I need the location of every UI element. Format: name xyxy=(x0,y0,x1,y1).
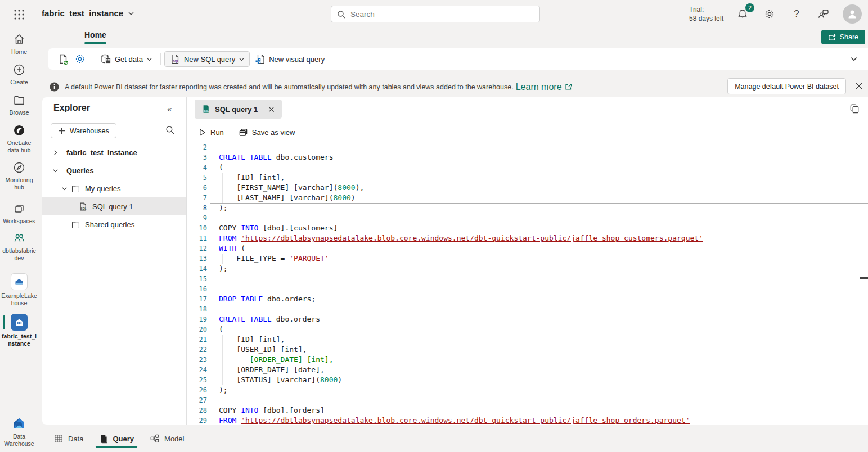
get-data-button[interactable]: Get data xyxy=(96,51,157,67)
run-button[interactable]: Run xyxy=(198,128,224,137)
new-sql-query-button[interactable]: SQL New SQL query xyxy=(164,51,250,67)
tab-home[interactable]: Home xyxy=(84,30,106,43)
code-line-28[interactable]: 28COPY INTO [dbo].[orders] xyxy=(187,405,868,415)
chevron-down-icon xyxy=(61,186,68,192)
tab-query[interactable]: Query xyxy=(99,425,134,452)
nav-item-examplelakehouse[interactable]: ExampleLakehouse xyxy=(0,273,38,307)
tree-item-shared-queries[interactable]: Shared queries xyxy=(42,215,186,233)
code-line-8[interactable]: 8); xyxy=(187,203,868,213)
code-line-27[interactable]: 27 xyxy=(187,395,868,405)
code-line-21[interactable]: 21 [ID] [int], xyxy=(187,335,868,345)
code-line-3[interactable]: 3CREATE TABLE dbo.customers xyxy=(187,152,868,162)
tree-item-my-queries[interactable]: My queries xyxy=(42,179,186,197)
settings-button[interactable] xyxy=(763,7,776,21)
code-line-11[interactable]: 11FROM 'https://dbtlabsynapsedatalake.bl… xyxy=(187,233,868,243)
save-view-icon xyxy=(239,128,248,137)
nav-browse[interactable]: Browse xyxy=(0,93,38,116)
copy-icon[interactable] xyxy=(849,103,860,114)
ribbon-collapse-chevron[interactable] xyxy=(850,55,858,63)
help-button[interactable]: ? xyxy=(790,7,803,21)
warehouse-icon xyxy=(11,314,28,331)
onelake-icon xyxy=(12,124,26,137)
code-line-6[interactable]: 6 [FIRST_NAME] [varchar](8000), xyxy=(187,183,868,193)
search-input[interactable] xyxy=(350,7,536,21)
line-number: 15 xyxy=(187,274,207,284)
editor-scrollbar[interactable] xyxy=(860,144,860,425)
code-line-26[interactable]: 26); xyxy=(187,385,868,395)
nav-onelake-data-hub[interactable]: OneLake data hub xyxy=(0,124,38,154)
gear-icon xyxy=(764,8,775,20)
code-line-13[interactable]: 13 FILE_TYPE = 'PARQUET' xyxy=(187,254,868,264)
folder-icon xyxy=(71,220,80,229)
nav-home[interactable]: Home xyxy=(0,33,38,56)
sql-file-icon: SQL xyxy=(78,202,88,211)
code-line-29[interactable]: 29FROM 'https://dbtlabsynapsedatalake.bl… xyxy=(187,415,868,425)
line-number: 4 xyxy=(187,162,207,173)
line-number: 18 xyxy=(187,304,207,314)
app-launcher-icon[interactable] xyxy=(12,7,26,22)
data-warehouse-icon xyxy=(11,415,28,431)
workspace-switcher[interactable]: fabric_test_instance xyxy=(42,8,134,18)
learn-more-link[interactable]: Learn more xyxy=(516,82,562,92)
grid-icon xyxy=(53,433,64,444)
sql-code-editor[interactable]: 23CREATE TABLE dbo.customers4(5 [ID] [in… xyxy=(187,144,868,425)
code-line-14[interactable]: 14); xyxy=(187,264,868,274)
tree-item-queries[interactable]: Queries xyxy=(42,161,186,179)
code-line-5[interactable]: 5 [ID] [int], xyxy=(187,173,868,183)
nav-workspaces[interactable]: Workspaces xyxy=(0,202,38,225)
chevron-down-icon xyxy=(128,10,134,17)
code-line-23[interactable]: 23 -- [ORDER_DATE] [int], xyxy=(187,355,868,365)
manage-dataset-button[interactable]: Manage default Power BI dataset xyxy=(727,78,846,94)
code-line-9[interactable]: 9 xyxy=(187,213,868,223)
refresh-dataset-button[interactable] xyxy=(55,51,71,67)
code-line-20[interactable]: 20( xyxy=(187,324,868,335)
play-icon xyxy=(198,128,206,137)
tree-item-warehouse-root[interactable]: fabric_test_instance xyxy=(42,143,186,161)
code-line-7[interactable]: 7 [LAST_NAME] [varchar](8000) xyxy=(187,193,868,203)
share-button[interactable]: Share xyxy=(821,30,865,44)
line-number: 11 xyxy=(187,233,207,243)
code-line-19[interactable]: 19CREATE TABLE dbo.orders xyxy=(187,314,868,324)
tree-item-sql-query-1[interactable]: SQL SQL query 1 xyxy=(42,197,186,215)
code-line-17[interactable]: 17DROP TABLE dbo.orders; xyxy=(187,294,868,304)
code-line-4[interactable]: 4( xyxy=(187,162,868,173)
code-line-10[interactable]: 10COPY INTO [dbo].[customers] xyxy=(187,223,868,233)
tab-model[interactable]: Model xyxy=(150,425,184,452)
code-line-2[interactable]: 2 xyxy=(187,144,868,152)
code-line-18[interactable]: 18 xyxy=(187,304,868,314)
nav-item-fabric-test-instance[interactable]: fabric_test_instance xyxy=(0,314,38,347)
code-line-12[interactable]: 12WITH ( xyxy=(187,243,868,254)
line-number: 24 xyxy=(187,365,207,375)
explorer-search-icon[interactable] xyxy=(165,125,175,135)
query-settings-button[interactable] xyxy=(71,51,88,67)
add-warehouses-button[interactable]: Warehouses xyxy=(51,123,116,138)
line-number: 22 xyxy=(187,345,207,355)
nav-monitoring-hub[interactable]: Monitoring hub xyxy=(0,161,38,191)
external-link-icon[interactable] xyxy=(565,83,572,91)
code-line-25[interactable]: 25 [STATUS] [varchar](8000) xyxy=(187,375,868,385)
code-line-16[interactable]: 16 xyxy=(187,284,868,294)
nav-workspace-dbtlabsfabricdev[interactable]: dbtlabsfabricdev xyxy=(0,232,38,262)
nav-create[interactable]: Create xyxy=(0,63,38,86)
code-line-24[interactable]: 24 [ORDER_DATE] [date], xyxy=(187,365,868,375)
share-icon xyxy=(828,33,836,41)
avatar[interactable] xyxy=(843,4,862,24)
folder-icon xyxy=(71,184,80,193)
tab-data[interactable]: Data xyxy=(53,425,83,452)
close-tab-icon[interactable] xyxy=(268,106,275,113)
code-line-15[interactable]: 15 xyxy=(187,274,868,284)
feedback-button[interactable] xyxy=(817,7,830,21)
save-as-view-button[interactable]: Save as view xyxy=(239,128,295,137)
collapse-panel-icon[interactable]: « xyxy=(167,104,172,114)
line-number: 27 xyxy=(187,395,207,405)
banner-close-icon[interactable] xyxy=(854,82,863,91)
tab-sql-query-1[interactable]: SQL SQL query 1 xyxy=(195,100,282,119)
nav-data-warehouse[interactable]: Data Warehouse xyxy=(0,415,38,448)
new-visual-query-button[interactable]: New visual query xyxy=(250,51,329,67)
code-line-22[interactable]: 22 [USER_ID] [int], xyxy=(187,345,868,355)
people-icon xyxy=(12,232,26,245)
line-number: 19 xyxy=(187,314,207,324)
line-number: 26 xyxy=(187,385,207,395)
chevron-right-icon xyxy=(52,150,59,156)
toolbar: Get data SQL New SQL query New visual qu… xyxy=(48,48,868,70)
